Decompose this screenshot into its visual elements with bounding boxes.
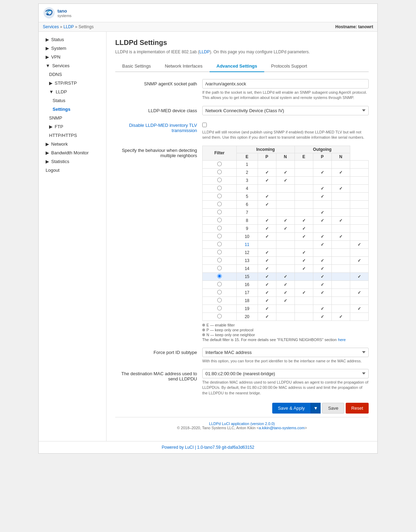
table-row[interactable]: 5✓✓ — [203, 192, 369, 200]
port-id-row: Force port ID subtype Interface MAC addr… — [115, 348, 369, 364]
sidebar-item-logout[interactable]: Logout — [39, 166, 106, 175]
filter-radio-11[interactable] — [217, 242, 222, 246]
sidebar-item-system[interactable]: ▶ System — [39, 44, 106, 53]
disable-tlv-checkbox[interactable] — [202, 123, 207, 127]
filter-radio-17[interactable] — [217, 290, 222, 294]
main-content: LLDPd Settings LLDPd is a implementation… — [107, 32, 377, 441]
table-row[interactable]: 2✓✓✓✓ — [203, 168, 369, 176]
table-row[interactable]: 16✓✓✓ — [203, 280, 369, 288]
save-apply-button[interactable]: Save & Apply — [272, 403, 310, 414]
lldpmed-class-select[interactable]: Network Connectivity Device (Class IV) E… — [202, 106, 369, 115]
table-row[interactable]: 18✓✓ — [203, 296, 369, 304]
filter-radio-12[interactable] — [217, 250, 222, 254]
chevron-right-icon: ▶ — [46, 159, 49, 164]
filter-radio-10[interactable] — [217, 234, 222, 238]
sidebar-item-http[interactable]: HTTP/HTTPS — [39, 131, 106, 140]
outgoing-p-header: P — [313, 153, 331, 160]
filter-radio-2[interactable] — [217, 170, 222, 174]
filter-radio-1[interactable] — [217, 162, 222, 166]
filter-id-4: 4 — [236, 184, 258, 192]
outgoing-e-header: E — [295, 153, 313, 160]
filter-radio-14[interactable] — [217, 266, 222, 270]
filter-radio-3[interactable] — [217, 178, 222, 182]
tab-network-interfaces[interactable]: Network Interfaces — [158, 61, 209, 72]
filter-radio-20[interactable] — [217, 314, 222, 318]
header: tano systems — [39, 4, 377, 22]
table-row[interactable]: 11✓✓ — [203, 240, 369, 248]
sidebar-item-lldp[interactable]: ▼ LLDP — [39, 87, 106, 96]
table-row[interactable]: 15✓✓✓✓ — [203, 272, 369, 280]
sidebar-item-vpn[interactable]: ▶ VPN — [39, 53, 106, 61]
filter-radio-16[interactable] — [217, 282, 222, 286]
lldpmed-class-row: LLDP-MED device class Network Connectivi… — [115, 106, 369, 115]
breadcrumb-lldp[interactable]: LLDP — [63, 24, 74, 29]
table-row[interactable]: 9✓✓✓ — [203, 224, 369, 232]
filter-radio-4[interactable] — [217, 186, 222, 190]
sidebar-item-lldp-status[interactable]: Status — [39, 96, 106, 105]
sidebar-item-network[interactable]: ▶ Network — [39, 140, 106, 148]
luci-link[interactable]: Powered by LuCI | 1.0-tano7.59 git-daf6a… — [162, 445, 254, 450]
filter-radio-18[interactable] — [217, 298, 222, 302]
neighbors-row: Specify the behaviour when detecting mul… — [115, 146, 369, 342]
logo: tano systems — [43, 7, 71, 19]
table-row[interactable]: 4✓✓ — [203, 184, 369, 192]
table-row[interactable]: 1 — [203, 160, 369, 168]
sidebar-item-status[interactable]: ▶ Status — [39, 35, 106, 44]
mac-label: The destination MAC address used to send… — [115, 369, 202, 381]
incoming-n-header: N — [276, 153, 295, 160]
disable-tlv-label: Disable LLDP-MED inventory TLV transmiss… — [115, 121, 202, 133]
table-row[interactable]: 13✓✓✓✓ — [203, 256, 369, 264]
table-row[interactable]: 12✓✓ — [203, 248, 369, 256]
sidebar-item-ftp[interactable]: ▶ FTP — [39, 122, 106, 131]
table-row[interactable]: 17✓✓✓✓✓ — [203, 288, 369, 296]
reset-button[interactable]: Reset — [346, 403, 369, 414]
hostname-value: tanowrt — [358, 24, 373, 29]
legend-link[interactable]: here — [338, 338, 346, 342]
filter-radio-13[interactable] — [217, 258, 222, 262]
legend-p: P — keep only one protocol — [206, 328, 253, 332]
app-link[interactable]: LLDPd LuCI application (version 2.0.0) — [209, 422, 275, 426]
chevron-right-icon: ▶ — [46, 37, 49, 42]
email-link[interactable]: a.kikin@tano-systems.com — [259, 426, 305, 430]
sidebar-item-ddns[interactable]: DDNS — [39, 70, 106, 79]
filter-radio-8[interactable] — [217, 218, 222, 222]
lldp-link[interactable]: LLDP — [199, 49, 210, 54]
filter-id-9: 9 — [236, 224, 258, 232]
table-row[interactable]: 10✓✓✓✓ — [203, 232, 369, 240]
port-id-label: Force port ID subtype — [115, 348, 202, 355]
mac-hint: The destination MAC address used to send… — [202, 380, 369, 396]
filter-radio-7[interactable] — [217, 210, 222, 214]
tab-protocols-support[interactable]: Protocols Support — [264, 61, 314, 72]
table-row[interactable]: 14✓✓✓ — [203, 264, 369, 272]
table-row[interactable]: 7✓ — [203, 208, 369, 216]
filter-radio-15[interactable] — [217, 274, 222, 278]
filter-radio-9[interactable] — [217, 226, 222, 230]
breadcrumb-services[interactable]: Services — [43, 24, 59, 29]
save-button[interactable]: Save — [322, 403, 344, 414]
table-row[interactable]: 3✓✓ — [203, 176, 369, 184]
port-id-select[interactable]: Interface MAC address Interface name — [202, 348, 369, 357]
filter-radio-5[interactable] — [217, 194, 222, 198]
table-row[interactable]: 6✓ — [203, 200, 369, 208]
filter-id-5: 5 — [236, 192, 258, 200]
sidebar-item-services[interactable]: ▼ Services — [39, 61, 106, 70]
filter-radio-19[interactable] — [217, 306, 222, 310]
copyright: © 2018–2020, Tano Systems LLC, Anton Kik… — [119, 426, 364, 430]
sidebar-item-snmp[interactable]: SNMP — [39, 114, 106, 122]
table-row[interactable]: 20✓✓✓ — [203, 313, 369, 321]
sidebar-item-statistics[interactable]: ▶ Statistics — [39, 157, 106, 166]
page-title: LLDPd Settings — [115, 39, 369, 47]
legend-e: E — enable filter — [206, 323, 235, 327]
table-row[interactable]: 19✓✓✓ — [203, 304, 369, 313]
table-row[interactable]: 8✓✓✓✓✓ — [203, 216, 369, 224]
save-apply-dropdown-button[interactable]: ▼ — [311, 403, 321, 414]
filter-radio-6[interactable] — [217, 202, 222, 206]
tab-basic-settings[interactable]: Basic Settings — [115, 61, 158, 72]
sidebar-item-bandwidth[interactable]: ▶ Bandwidth Monitor — [39, 148, 106, 157]
tab-advanced-settings[interactable]: Advanced Settings — [210, 61, 264, 72]
sidebar-item-lldp-settings[interactable]: Settings — [39, 105, 106, 114]
filter-id-16: 16 — [236, 280, 258, 288]
sidebar-item-stp[interactable]: ▶ STP/RSTP — [39, 79, 106, 87]
snmp-input[interactable] — [202, 79, 369, 88]
mac-select[interactable]: 01:80:c2:00:00:0e (nearest-bridge) 01:80… — [202, 369, 369, 378]
